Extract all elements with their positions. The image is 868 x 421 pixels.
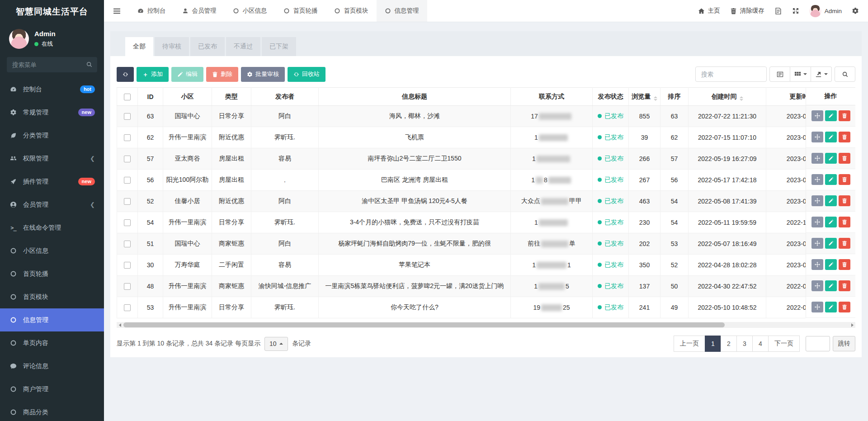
drag-move-button[interactable]: [811, 302, 823, 312]
row-edit-button[interactable]: [825, 217, 837, 227]
column-header[interactable]: 类型: [212, 88, 251, 106]
row-checkbox[interactable]: [124, 219, 131, 226]
row-delete-button[interactable]: [839, 174, 850, 185]
column-header[interactable]: 浏览量: [629, 88, 660, 106]
row-edit-button[interactable]: [825, 259, 837, 270]
drag-move-button[interactable]: [811, 132, 823, 142]
column-header[interactable]: ID: [138, 88, 163, 106]
scroll-left-arrow-icon[interactable]: [117, 322, 123, 328]
status-tab-4[interactable]: 已下架: [262, 37, 296, 56]
page-button-3[interactable]: 3: [736, 336, 753, 352]
row-delete-button[interactable]: [839, 132, 850, 142]
row-delete-button[interactable]: [839, 302, 850, 312]
avatar[interactable]: [9, 29, 29, 49]
row-edit-button[interactable]: [825, 132, 837, 142]
row-edit-button[interactable]: [825, 280, 837, 291]
sidebar-item-10[interactable]: 信息管理: [0, 308, 104, 331]
status-tab-1[interactable]: 待审核: [155, 37, 189, 56]
topnav-tab-4[interactable]: 首页模块: [326, 0, 377, 22]
row-checkbox[interactable]: [124, 134, 131, 141]
columns-button[interactable]: [790, 66, 811, 82]
row-edit-button[interactable]: [825, 153, 837, 164]
row-delete-button[interactable]: [839, 153, 850, 164]
export-button[interactable]: [811, 66, 832, 82]
column-header[interactable]: 更新时间: [766, 88, 806, 106]
row-edit-button[interactable]: [825, 238, 837, 249]
sidebar-item-6[interactable]: >_在线命令管理: [0, 216, 104, 239]
row-checkbox[interactable]: [124, 156, 131, 162]
drag-move-button[interactable]: [811, 280, 823, 291]
sidebar-item-11[interactable]: 单页内容: [0, 331, 104, 355]
detail-view-button[interactable]: [769, 66, 790, 82]
topnav-tab-5[interactable]: 信息管理: [377, 0, 427, 22]
recycle-bin-button[interactable]: 回收站: [288, 67, 326, 82]
column-header[interactable]: 排序: [660, 88, 689, 106]
row-checkbox[interactable]: [124, 262, 131, 269]
delete-button[interactable]: 删除: [206, 67, 238, 82]
row-checkbox[interactable]: [124, 283, 131, 290]
row-delete-button[interactable]: [839, 195, 850, 206]
page-size-select[interactable]: 10: [264, 337, 288, 351]
sidebar-item-14[interactable]: 商品分类: [0, 401, 104, 421]
sidebar-item-4[interactable]: 插件管理new: [0, 170, 104, 193]
drag-move-button[interactable]: [811, 259, 823, 270]
batch-audit-button[interactable]: 批量审核: [241, 67, 285, 82]
settings-gear-icon[interactable]: [852, 7, 859, 14]
table-search-input[interactable]: [695, 66, 767, 82]
sidebar-item-5[interactable]: 会员管理❮: [0, 193, 104, 216]
status-tab-3[interactable]: 不通过: [226, 37, 260, 56]
menu-search-input[interactable]: [7, 57, 97, 72]
row-edit-button[interactable]: [825, 302, 837, 312]
row-delete-button[interactable]: [839, 280, 850, 291]
scrollbar-thumb[interactable]: [123, 322, 725, 327]
sidebar-item-1[interactable]: 常规管理new: [0, 101, 104, 124]
home-link[interactable]: 主页: [698, 7, 720, 15]
sidebar-item-9[interactable]: 首页模块: [0, 285, 104, 308]
drag-move-button[interactable]: [811, 195, 823, 206]
row-delete-button[interactable]: [839, 110, 850, 121]
edit-button[interactable]: 编辑: [171, 67, 203, 82]
sort-icon[interactable]: [654, 96, 657, 101]
hamburger-icon[interactable]: [104, 0, 129, 22]
search-button[interactable]: [835, 66, 855, 82]
status-tab-2[interactable]: 已发布: [190, 37, 225, 56]
row-delete-button[interactable]: [839, 217, 850, 227]
page-button-1[interactable]: 1: [705, 336, 721, 352]
jump-page-input[interactable]: [806, 336, 830, 351]
topnav-tab-0[interactable]: 控制台: [129, 0, 174, 22]
sidebar-item-13[interactable]: 商户管理: [0, 378, 104, 401]
select-all-checkbox[interactable]: [124, 94, 131, 100]
drag-move-button[interactable]: [811, 110, 823, 121]
drag-move-button[interactable]: [811, 238, 823, 249]
scroll-right-arrow-icon[interactable]: [849, 322, 855, 328]
row-delete-button[interactable]: [839, 238, 850, 249]
sort-icon[interactable]: [740, 96, 743, 101]
column-header[interactable]: 发布状态: [593, 88, 629, 106]
row-delete-button[interactable]: [839, 259, 850, 270]
row-edit-button[interactable]: [825, 174, 837, 185]
column-header[interactable]: 信息标题: [319, 88, 511, 106]
page-button-下一页[interactable]: 下一页: [768, 336, 800, 352]
column-header[interactable]: 创建时间: [689, 88, 766, 106]
language-icon[interactable]: [774, 7, 782, 15]
row-edit-button[interactable]: [825, 195, 837, 206]
drag-move-button[interactable]: [811, 153, 823, 164]
sidebar-item-0[interactable]: 控制台hot: [0, 78, 104, 101]
row-checkbox[interactable]: [124, 198, 131, 205]
row-checkbox[interactable]: [124, 113, 131, 120]
sidebar-item-8[interactable]: 首页轮播: [0, 262, 104, 285]
row-checkbox[interactable]: [124, 177, 131, 184]
refresh-button[interactable]: [117, 67, 134, 82]
drag-move-button[interactable]: [811, 174, 823, 185]
row-checkbox[interactable]: [124, 241, 131, 247]
sidebar-item-7[interactable]: 小区信息: [0, 239, 104, 262]
row-edit-button[interactable]: [825, 110, 837, 121]
horizontal-scrollbar[interactable]: [117, 322, 855, 328]
add-button[interactable]: ＋添加: [137, 67, 169, 82]
sidebar-item-3[interactable]: 权限管理❮: [0, 147, 104, 170]
topnav-tab-3[interactable]: 首页轮播: [275, 0, 326, 22]
column-header[interactable]: 联系方式: [511, 88, 593, 106]
row-checkbox[interactable]: [124, 304, 131, 311]
topnav-tab-2[interactable]: 小区信息: [225, 0, 275, 22]
column-header[interactable]: 发布者: [251, 88, 319, 106]
